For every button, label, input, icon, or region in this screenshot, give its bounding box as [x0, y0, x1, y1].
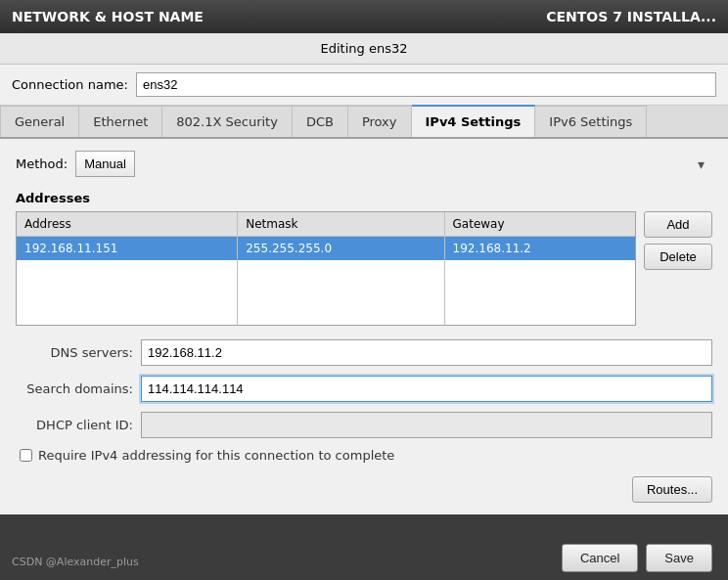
connection-name-input[interactable] — [136, 72, 716, 97]
search-domains-row: Search domains: — [16, 376, 712, 402]
require-ipv4-label[interactable]: Require IPv4 addressing for this connect… — [38, 448, 394, 463]
addresses-table: Address Netmask Gateway 192.168.11.15125… — [16, 211, 636, 326]
table-row[interactable]: 192.168.11.151255.255.255.0192.168.11.2 — [17, 237, 635, 261]
method-select[interactable]: Manual — [75, 151, 135, 177]
dhcp-row: DHCP client ID: — [16, 412, 712, 438]
dns-input[interactable] — [141, 339, 712, 366]
connection-name-label: Connection name: — [12, 77, 128, 92]
search-domains-input[interactable] — [141, 376, 712, 402]
save-button[interactable]: Save — [646, 544, 712, 572]
dns-label: DNS servers: — [16, 345, 133, 360]
method-select-wrapper: Manual — [75, 151, 712, 177]
addresses-section-title: Addresses — [16, 191, 712, 205]
col-gateway: Gateway — [444, 212, 635, 237]
tab-proxy[interactable]: Proxy — [348, 106, 412, 137]
routes-row: Routes... — [16, 476, 712, 503]
connection-name-row: Connection name: — [0, 65, 728, 106]
checkbox-row: Require IPv4 addressing for this connect… — [16, 448, 712, 463]
method-label: Method: — [16, 156, 68, 171]
cell-netmask: 255.255.255.0 — [238, 237, 444, 261]
tab-ipv4[interactable]: IPv4 Settings — [412, 105, 536, 137]
tab-dcb[interactable]: DCB — [293, 106, 348, 137]
cell-gateway: 192.168.11.2 — [444, 237, 635, 261]
add-button[interactable]: Add — [644, 211, 712, 238]
cancel-button[interactable]: Cancel — [562, 544, 638, 572]
addresses-container: Address Netmask Gateway 192.168.11.15125… — [16, 211, 712, 326]
require-ipv4-checkbox[interactable] — [20, 449, 32, 462]
col-address: Address — [17, 212, 238, 237]
delete-button[interactable]: Delete — [644, 244, 712, 270]
tab-8021x[interactable]: 802.1X Security — [162, 106, 293, 137]
cell-address: 192.168.11.151 — [17, 237, 238, 261]
dialog-title: Editing ens32 — [0, 33, 728, 65]
watermark: CSDN @Alexander_plus — [12, 556, 139, 568]
top-bar-right: CENTOS 7 INSTALLA... — [546, 9, 716, 24]
dhcp-input — [141, 412, 712, 438]
top-bar-left: NETWORK & HOST NAME — [12, 9, 204, 24]
col-netmask: Netmask — [238, 212, 444, 237]
tab-ipv6[interactable]: IPv6 Settings — [535, 106, 647, 137]
dhcp-label: DHCP client ID: — [16, 418, 133, 432]
table-header-row: Address Netmask Gateway — [17, 212, 635, 237]
address-table: Address Netmask Gateway 192.168.11.15125… — [17, 212, 635, 325]
method-row: Method: Manual — [16, 151, 712, 177]
routes-button[interactable]: Routes... — [632, 476, 712, 503]
address-buttons: Add Delete — [644, 211, 712, 326]
dns-row: DNS servers: — [16, 339, 712, 366]
tab-ethernet[interactable]: Ethernet — [79, 106, 162, 137]
table-row-empty — [17, 260, 635, 282]
top-bar: NETWORK & HOST NAME CENTOS 7 INSTALLA... — [0, 0, 728, 33]
tabs-bar: GeneralEthernet802.1X SecurityDCBProxyIP… — [0, 106, 728, 139]
footer: CSDN @Alexander_plus Cancel Save — [0, 536, 728, 580]
table-row-empty — [17, 282, 635, 303]
search-domains-label: Search domains: — [16, 381, 133, 396]
table-row-empty — [17, 303, 635, 325]
tab-general[interactable]: General — [0, 106, 79, 137]
content-area: Method: Manual Addresses Address Netmask… — [0, 139, 728, 514]
